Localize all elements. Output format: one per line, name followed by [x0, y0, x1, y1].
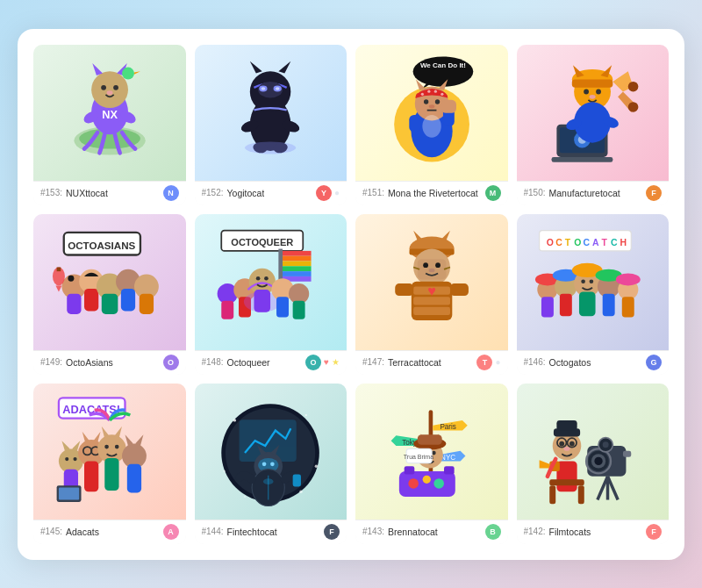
sticker-name: Octogatos — [549, 357, 591, 368]
avatar: O — [163, 355, 179, 370]
avatar: B — [485, 524, 501, 540]
sticker-footer: #151: Mona the Rivetertocat M — [355, 181, 508, 205]
sticker-label: #143: Brennatocat — [362, 527, 485, 537]
sticker-number: #149: — [40, 357, 62, 367]
sticker-item[interactable]: #152: Yogitocat Y ● — [195, 45, 347, 205]
star-icon: ★ — [332, 357, 340, 367]
svg-rect-197 — [444, 466, 455, 474]
svg-rect-86 — [281, 271, 312, 276]
sticker-name: Adacats — [66, 527, 99, 537]
svg-rect-97 — [276, 297, 289, 317]
avatar: Y — [316, 185, 332, 201]
sticker-art-fintechtocat — [195, 384, 347, 520]
sticker-item[interactable]: OCTOQUEER — [195, 214, 347, 375]
sticker-number: #150: — [524, 188, 546, 197]
sticker-icons: N — [163, 185, 179, 201]
svg-rect-82 — [281, 251, 312, 256]
svg-marker-117 — [441, 231, 449, 241]
svg-text:OCTOQUEER: OCTOQUEER — [231, 237, 293, 247]
svg-rect-77 — [139, 294, 153, 314]
sticker-footer: #152: Yogitocat Y ● — [195, 181, 347, 205]
svg-point-174 — [233, 419, 236, 421]
sticker-item[interactable]: NX #153: NUXttocat N — [33, 45, 186, 205]
svg-point-3 — [91, 72, 128, 109]
svg-marker-168 — [135, 434, 143, 446]
sticker-number: #148: — [202, 357, 224, 367]
sticker-art-octoqueer: OCTOQUEER — [195, 214, 347, 350]
svg-marker-155 — [93, 432, 100, 443]
sticker-item[interactable]: #150: Manufacturetocat F — [517, 45, 670, 205]
sticker-number: #143: — [362, 527, 384, 536]
sticker-label: #147: Terracattocat — [362, 357, 476, 368]
sticker-art-brennatocat: Paris Tokyo NYC — [355, 384, 508, 520]
sticker-item[interactable]: #142: Filmtocats F — [517, 384, 670, 544]
svg-point-45 — [433, 90, 436, 93]
sticker-art-adacats: ADACATS! — [33, 384, 186, 520]
sticker-art-nuxttocat: NX — [33, 45, 186, 181]
svg-text:♥: ♥ — [427, 283, 436, 298]
sticker-label: #153: NUXttocat — [40, 188, 163, 198]
avatar: O — [305, 355, 321, 370]
sticker-item[interactable]: Paris Tokyo NYC — [355, 384, 508, 544]
svg-point-57 — [584, 90, 589, 95]
sticker-number: #151: — [362, 188, 384, 197]
sticker-name: Brennatocat — [388, 527, 438, 537]
svg-point-185 — [262, 463, 267, 467]
sticker-item[interactable]: We Can Do It! — [355, 45, 508, 205]
avatar: F — [646, 524, 662, 540]
svg-point-225 — [559, 441, 564, 447]
svg-rect-233 — [549, 486, 555, 505]
svg-point-175 — [305, 414, 307, 416]
svg-marker-21 — [250, 61, 262, 74]
svg-rect-141 — [603, 294, 615, 317]
svg-point-36 — [424, 100, 428, 104]
svg-rect-221 — [623, 451, 631, 457]
svg-point-198 — [408, 478, 419, 489]
svg-point-178 — [244, 496, 246, 498]
svg-rect-112 — [413, 307, 450, 315]
svg-text:C: C — [555, 238, 562, 247]
svg-rect-133 — [560, 294, 572, 317]
svg-point-46 — [441, 93, 443, 96]
svg-point-47 — [628, 82, 639, 92]
sticker-label: #151: Mona the Rivetertocat — [362, 188, 485, 198]
svg-text:C: C — [611, 238, 618, 247]
sticker-item[interactable]: #144: Fintechtocat F — [195, 384, 347, 544]
sticker-name: Manufacturetocat — [549, 188, 620, 198]
sticker-item[interactable]: O C T O C A T C H — [517, 214, 670, 375]
svg-text:Paris: Paris — [440, 424, 456, 432]
sticker-item[interactable]: OCTOASIANS — [33, 214, 186, 375]
svg-rect-115 — [450, 283, 469, 296]
avatar: F — [324, 524, 340, 540]
svg-rect-68 — [67, 294, 81, 314]
heart-icon: ♥ — [324, 357, 329, 367]
sticker-art-terracattocat: ♥ — [355, 214, 508, 350]
sticker-item[interactable]: ADACATS! — [33, 384, 186, 544]
sticker-label: #150: Manufacturetocat — [524, 188, 647, 198]
avatar: F — [646, 185, 662, 201]
sticker-footer: #142: Filmtocats F — [517, 520, 670, 544]
svg-point-48 — [628, 102, 639, 112]
svg-rect-196 — [404, 466, 414, 474]
svg-rect-236 — [557, 420, 577, 431]
sticker-item[interactable]: ♥ #147: Terracattocat T ● — [355, 214, 508, 375]
sticker-number: #142: — [524, 527, 546, 536]
sticker-name: Fintechtocat — [227, 527, 277, 537]
sticker-footer: #143: Brennatocat B — [355, 520, 508, 544]
avatar: M — [485, 185, 501, 201]
svg-text:H: H — [620, 238, 627, 247]
svg-rect-144 — [622, 297, 634, 317]
svg-point-217 — [595, 457, 603, 465]
svg-line-211 — [598, 477, 608, 500]
avatar: G — [646, 355, 662, 370]
sticker-name: Filmtocats — [549, 527, 591, 537]
sticker-number: #153: — [40, 188, 62, 197]
svg-text:Trua Brima: Trua Brima — [404, 454, 433, 460]
avatar: A — [163, 524, 179, 540]
svg-marker-116 — [413, 231, 422, 241]
svg-point-101 — [264, 276, 269, 281]
sticker-name: Yogitocat — [227, 188, 265, 198]
sticker-name: NUXttocat — [66, 188, 108, 198]
svg-marker-10 — [134, 72, 140, 75]
sticker-art-octogatos: O C T O C A T C H — [517, 214, 670, 350]
